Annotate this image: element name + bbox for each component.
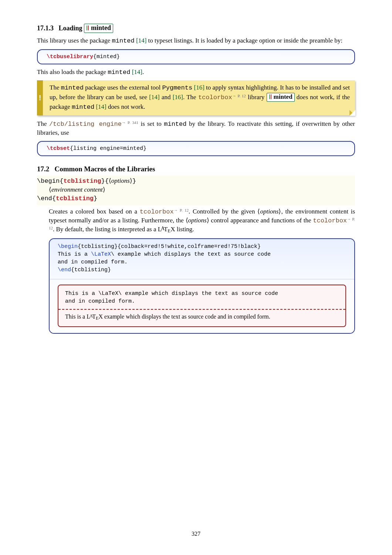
- latex-logo: LATEX: [158, 226, 175, 233]
- control-sequence: \tcbset: [47, 145, 70, 152]
- listing-output-pane: This is a LATEX example which displays t…: [58, 310, 345, 326]
- code-box: \tcbuselibrary{minted}: [37, 49, 355, 64]
- example-source: \begin{tcblisting}{colback=red!5!white,c…: [50, 239, 354, 279]
- library-badge-minted: minted: [84, 24, 113, 33]
- paragraph: This library uses the package minted [14…: [37, 37, 355, 46]
- paragraph: This also loads the package minted [14].: [37, 68, 355, 77]
- section-title: Common Macros of the Libraries: [55, 165, 155, 173]
- page-ref[interactable]: → P. 341: [122, 120, 138, 125]
- control-sequence: \tcbuselibrary: [47, 54, 93, 60]
- section-number: 17.2: [37, 165, 49, 173]
- exclamation-icon: !: [39, 92, 41, 103]
- page-number: 327: [0, 531, 392, 537]
- example-output: This is a \LaTeX\ example which displays…: [50, 279, 354, 333]
- citation[interactable]: [16]: [194, 84, 204, 91]
- page-ref[interactable]: → P. 12: [232, 94, 246, 98]
- code-box: \tcbset{listing engine=minted}: [37, 141, 355, 156]
- section-heading: 17.2 Common Macros of the Libraries: [37, 165, 355, 173]
- tcolorbox-ref[interactable]: tcolorbox: [140, 208, 174, 215]
- tcolorbox-ref[interactable]: tcolorbox: [198, 94, 232, 101]
- library-icon: [269, 94, 273, 99]
- warning-bar: !: [37, 80, 43, 115]
- environment-definition: \begin{tcblisting}{⟨options⟩} ⟨environme…: [37, 175, 355, 205]
- citation[interactable]: [14]: [149, 94, 159, 101]
- example-box: \begin{tcblisting}{colback=red!5!white,c…: [49, 238, 355, 334]
- listing-source-pane: This is a \LaTeX\ example which displays…: [58, 285, 345, 309]
- citation[interactable]: [14]: [132, 68, 142, 75]
- tcolorbox-ref[interactable]: tcolorbox: [313, 217, 347, 224]
- citation[interactable]: [14]: [96, 103, 106, 110]
- page-ref[interactable]: → P. 12: [174, 208, 189, 212]
- library-badge-minted: minted: [267, 93, 295, 101]
- description: Creates a colored box based on a tcolorb…: [37, 208, 355, 235]
- library-icon: [86, 26, 90, 30]
- paragraph: The /tcb/listing engine→ P. 341 is set t…: [37, 120, 355, 137]
- warning-box: ! The minted package uses the external t…: [37, 80, 355, 115]
- subsection-heading: 17.1.3 Loading minted: [37, 24, 355, 33]
- package-name: minted: [108, 69, 130, 76]
- citation[interactable]: [16]: [173, 94, 183, 101]
- section-number: 17.1.3: [37, 24, 54, 32]
- rendered-tcblisting: This is a \LaTeX\ example which displays…: [58, 285, 346, 327]
- option-key[interactable]: /tcb/listing engine: [49, 121, 122, 128]
- package-name: minted: [112, 37, 135, 44]
- latex-logo: LATEX: [87, 313, 103, 320]
- citation[interactable]: [14]: [136, 37, 146, 44]
- library-name: minted: [91, 24, 111, 31]
- heading-pre: Loading: [59, 24, 82, 32]
